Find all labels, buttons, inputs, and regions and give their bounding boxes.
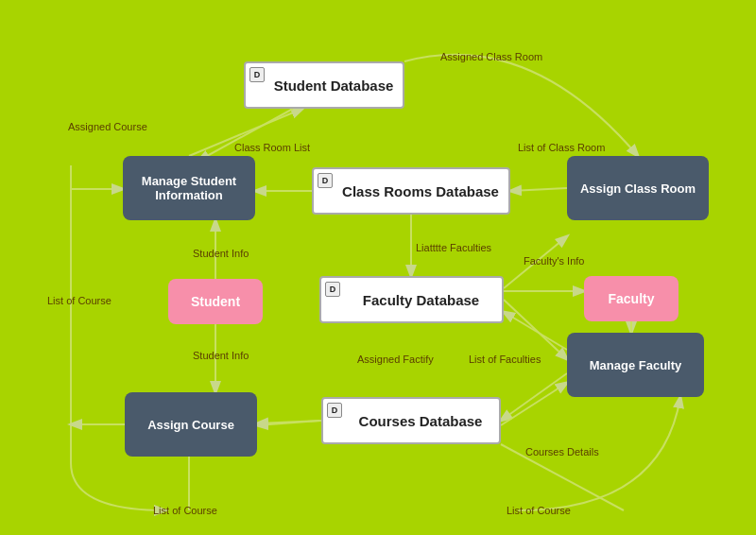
- label-classroom-list: Class Room List: [234, 142, 310, 153]
- label-list-of-course-bottom-right: List of Course: [507, 505, 571, 516]
- student-database-label: Student Database: [274, 78, 394, 94]
- assign-classroom-label: Assign Class Room: [580, 181, 696, 196]
- manage-faculty-label: Manage Faculty: [590, 358, 682, 372]
- courses-database-node: D Courses Database: [321, 397, 501, 444]
- faculty-database-node: D Faculty Database: [319, 276, 504, 323]
- manage-student-node: Manage Student Information: [123, 156, 255, 220]
- assign-classroom-node: Assign Class Room: [567, 156, 709, 220]
- manage-faculty-node: Manage Faculty: [567, 333, 704, 397]
- label-list-of-faculties: List of Faculties: [469, 354, 541, 365]
- faculty-node: Faculty: [584, 276, 679, 321]
- label-courses-details: Courses Details: [525, 446, 599, 457]
- classrooms-database-label: Class Rooms Database: [342, 183, 499, 199]
- assign-course-node: Assign Course: [125, 392, 257, 457]
- assign-course-label: Assign Course: [147, 418, 234, 432]
- label-assigned-factify: Assigned Factify: [357, 354, 434, 365]
- faculty-label: Faculty: [608, 291, 654, 306]
- classrooms-database-node: D Class Rooms Database: [312, 167, 510, 215]
- label-list-of-course-left: List of Course: [47, 295, 112, 306]
- label-list-of-course-bottom-left: List of Course: [153, 505, 217, 516]
- label-list-of-classroom: List of Class Room: [518, 142, 605, 153]
- manage-student-label: Manage Student Information: [123, 174, 255, 202]
- label-liatttte-faculties: Liatttte Faculties: [416, 242, 491, 253]
- label-facultys-info: Faculty's Info: [524, 255, 584, 267]
- student-database-node: D Student Database: [244, 61, 404, 109]
- faculty-database-label: Faculty Database: [363, 292, 479, 308]
- label-assigned-classroom: Assigned Class Room: [440, 51, 542, 62]
- label-assigned-course: Assigned Course: [68, 121, 147, 132]
- student-node: Student: [168, 279, 263, 324]
- diagram-container: D Student Database D Class Rooms Databas…: [0, 0, 756, 535]
- student-label: Student: [191, 294, 240, 309]
- label-student-info-up: Student Info: [193, 248, 249, 259]
- courses-database-label: Courses Database: [359, 413, 483, 429]
- label-student-info-down: Student Info: [193, 350, 249, 361]
